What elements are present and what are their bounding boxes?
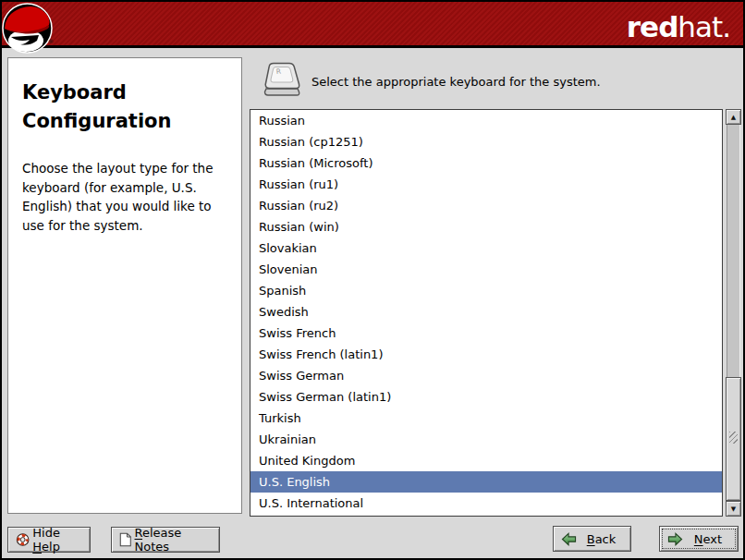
release-notes-button[interactable]: Release Notes [111, 527, 220, 553]
list-item[interactable]: Slovakian [250, 237, 722, 259]
list-item[interactable]: Ukrainian [250, 429, 722, 450]
keyboard-list[interactable]: RussianRussian (cp1251)Russian (Microsof… [250, 109, 723, 517]
redhat-wordmark: redhat. [627, 9, 730, 44]
back-label: Back [587, 532, 617, 546]
list-item[interactable]: Slovenian [250, 259, 722, 280]
scroll-down-button[interactable]: ▼ [726, 501, 741, 517]
redhat-shadowman-logo-icon: ® [2, 2, 55, 55]
list-item[interactable]: Russian [250, 110, 722, 131]
list-item-selected[interactable]: U.S. English [250, 471, 722, 493]
title-bar: redhat. [2, 2, 743, 48]
svg-text:R: R [275, 67, 281, 76]
next-label: Next [694, 532, 722, 546]
list-item[interactable]: Russian (cp1251) [250, 131, 722, 152]
list-item[interactable]: United Kingdom [250, 450, 722, 471]
list-item[interactable]: Swedish [250, 301, 722, 323]
scroll-down-arrow-icon: ▼ [731, 505, 736, 513]
list-item[interactable]: Russian (ru2) [250, 195, 722, 216]
help-text: Choose the layout type for the keyboard … [22, 159, 227, 235]
hide-help-button[interactable]: Hide Help [7, 527, 91, 553]
list-item[interactable]: Russian (ru1) [250, 174, 722, 195]
list-item[interactable]: Russian (win) [250, 216, 722, 237]
list-item[interactable]: Russian (Microsoft) [250, 152, 722, 174]
scroll-up-button[interactable]: ▲ [726, 109, 741, 125]
back-button[interactable]: Back [553, 526, 631, 552]
document-icon [119, 531, 132, 548]
lifebuoy-icon [16, 531, 30, 548]
scroll-up-arrow-icon: ▲ [731, 114, 736, 121]
list-item[interactable]: Spanish [250, 280, 722, 301]
list-item[interactable]: Swiss French (latin1) [250, 344, 722, 365]
scrollbar-thumb[interactable] [726, 377, 741, 501]
hide-help-label: Hide Help [32, 526, 82, 554]
arrow-right-icon [667, 532, 683, 546]
next-button[interactable]: Next [659, 526, 739, 552]
list-item[interactable]: Swiss French [250, 323, 722, 344]
svg-text:®: ® [48, 38, 54, 44]
installer-window: redhat. ® Keyboard Configuration Choose … [0, 0, 745, 560]
list-item[interactable]: Swiss German [250, 365, 722, 386]
wordmark-bold: red [627, 10, 678, 43]
list-item[interactable]: Swiss German (latin1) [250, 386, 722, 408]
prompt-label: Select the appropriate keyboard for the … [311, 75, 601, 89]
list-item[interactable]: U.S. International [250, 493, 722, 514]
list-scrollbar: ▲ ▼ [726, 109, 741, 517]
keyboard-key-icon: R [262, 61, 303, 98]
help-panel: Keyboard Configuration Choose the layout… [7, 57, 242, 514]
arrow-left-icon [561, 532, 577, 546]
page-title: Keyboard Configuration [22, 79, 227, 136]
release-notes-label: Release Notes [135, 526, 212, 554]
list-item[interactable]: Turkish [250, 408, 722, 429]
wordmark-light: hat. [678, 10, 730, 43]
